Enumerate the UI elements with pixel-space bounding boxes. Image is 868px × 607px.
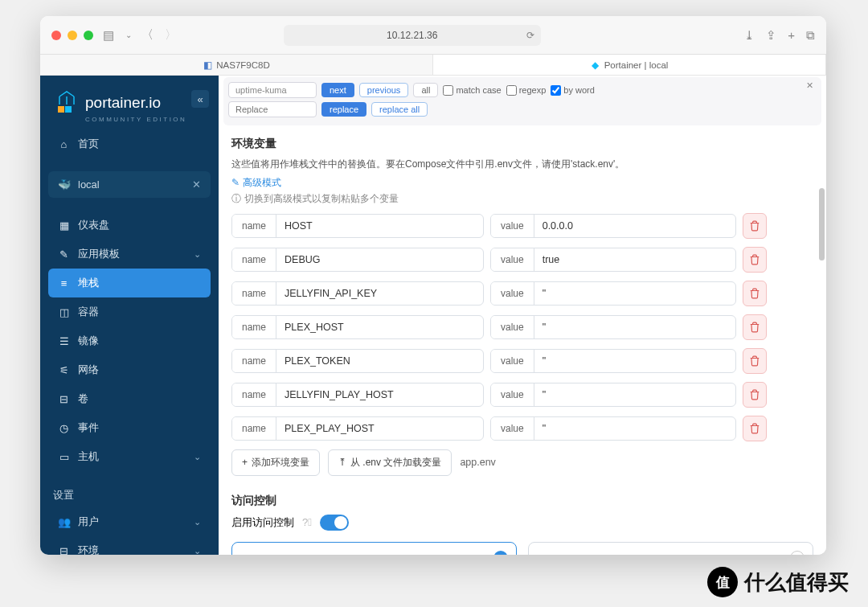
logo: portainer.io «: [40, 76, 219, 124]
env-name-input[interactable]: [276, 282, 469, 305]
add-env-var-button[interactable]: +添加环境变量: [231, 449, 320, 476]
advanced-mode-link[interactable]: ✎高级模式: [231, 176, 281, 190]
access-control-toggle[interactable]: [320, 515, 349, 531]
delete-env-var-button[interactable]: [743, 382, 767, 408]
name-label: name: [232, 282, 276, 305]
by-word-option[interactable]: by word: [551, 85, 595, 96]
minimize-window[interactable]: [68, 31, 77, 40]
delete-env-var-button[interactable]: [743, 247, 767, 273]
env-value-input[interactable]: [534, 316, 724, 338]
forward-button[interactable]: 〉: [165, 27, 177, 43]
chevron-down-icon: ⌄: [194, 517, 201, 527]
replace-input[interactable]: [228, 101, 317, 117]
env-value-input[interactable]: [534, 248, 724, 271]
disk-icon: ⊟: [58, 545, 70, 556]
env-name-input[interactable]: [276, 248, 469, 271]
access-card-admin[interactable]: ✓ 👁‍🗨 管理员 我想将此资源的管理限制为仅管理员: [231, 542, 517, 556]
value-label: value: [491, 383, 534, 406]
find-next-button[interactable]: next: [321, 83, 354, 97]
find-all-button[interactable]: all: [413, 83, 438, 97]
chevron-down-icon[interactable]: ⌄: [125, 31, 132, 39]
new-tab-icon[interactable]: +: [788, 28, 795, 42]
back-button[interactable]: 〈: [141, 27, 154, 43]
close-window[interactable]: [51, 31, 61, 40]
find-input[interactable]: [228, 82, 317, 98]
enable-access-label: 启用访问控制: [231, 515, 294, 530]
env-value-input[interactable]: [534, 383, 724, 406]
chevron-down-icon: ⌄: [194, 546, 201, 556]
access-control-heading: 访问控制: [231, 494, 813, 508]
trash-icon: [749, 220, 760, 232]
name-label: name: [232, 417, 276, 440]
environment-selector[interactable]: 🐳 local ✕: [48, 171, 211, 198]
delete-env-var-button[interactable]: [743, 281, 767, 306]
find-previous-button[interactable]: previous: [359, 83, 409, 97]
reload-icon[interactable]: ⟳: [526, 30, 534, 41]
trash-icon: [749, 254, 760, 265]
env-value-input[interactable]: [534, 282, 724, 305]
sidebar-item-users[interactable]: 👥用户⌄: [48, 507, 211, 536]
access-card-restricted[interactable]: 👥 受限 我想将此资源的管理限制为一组用户和/或团队: [528, 542, 813, 556]
close-findbar[interactable]: ✕: [806, 80, 813, 91]
env-value-pair: value: [490, 281, 736, 306]
chevron-down-icon: ⌄: [194, 249, 201, 260]
sidebar-item-containers[interactable]: ◫容器: [48, 297, 211, 326]
address-bar[interactable]: 10.12.21.36 ⟳: [284, 25, 541, 46]
env-name-input[interactable]: [276, 417, 469, 440]
sidebar-toggle-icon[interactable]: ▤: [103, 28, 114, 43]
env-name-input[interactable]: [276, 350, 469, 372]
share-icon: ⚟: [58, 364, 70, 376]
trash-icon: [749, 389, 760, 400]
env-name-input[interactable]: [276, 383, 469, 406]
close-env-icon[interactable]: ✕: [192, 178, 201, 191]
delete-env-var-button[interactable]: [743, 314, 767, 340]
sidebar-item-environments[interactable]: ⊟环境⌄: [48, 536, 211, 555]
browser-tab-2[interactable]: ◆ Portainer | local: [433, 55, 826, 75]
share-icon[interactable]: ⇪: [766, 28, 776, 43]
sidebar-item-volumes[interactable]: ⊟卷: [48, 384, 211, 413]
name-label: name: [232, 350, 276, 372]
env-value-input[interactable]: [534, 350, 724, 372]
env-name-input[interactable]: [276, 316, 469, 338]
value-label: value: [491, 215, 534, 237]
env-value-pair: value: [490, 248, 736, 272]
download-icon[interactable]: ⤓: [744, 28, 755, 43]
load-from-env-button[interactable]: ⤒从 .env 文件加载变量: [328, 449, 452, 476]
sidebar-item-dashboard[interactable]: ▦仪表盘: [48, 211, 211, 240]
env-name-input[interactable]: [276, 215, 469, 237]
help-icon[interactable]: ?⃝: [302, 516, 312, 528]
sidebar-item-events[interactable]: ◷事件: [48, 413, 211, 442]
sidebar-item-networks[interactable]: ⚟网络: [48, 355, 211, 384]
maximize-window[interactable]: [84, 31, 93, 40]
collapse-sidebar-button[interactable]: «: [191, 90, 209, 108]
sidebar-item-host[interactable]: ▭主机⌄: [48, 442, 211, 471]
grid-icon: ▦: [58, 219, 70, 232]
replace-button[interactable]: replace: [321, 102, 366, 117]
delete-env-var-button[interactable]: [743, 213, 767, 239]
delete-env-var-button[interactable]: [743, 348, 767, 374]
regexp-option[interactable]: regexp: [506, 85, 547, 96]
env-value-input[interactable]: [534, 215, 724, 237]
env-value-pair: value: [490, 349, 736, 373]
env-name-pair: name: [231, 315, 484, 339]
tabs-icon[interactable]: ⧉: [806, 28, 815, 43]
match-case-option[interactable]: match case: [443, 85, 501, 96]
docker-icon: 🐳: [58, 178, 70, 191]
svg-rect-1: [65, 106, 72, 113]
app-content: portainer.io « COMMUNITY EDITION ⌂ 首页 🐳 …: [40, 76, 826, 555]
scrollbar-thumb[interactable]: [819, 188, 825, 260]
name-label: name: [232, 248, 276, 271]
sidebar-home[interactable]: ⌂ 首页: [48, 129, 211, 158]
delete-env-var-button[interactable]: [743, 416, 767, 441]
value-label: value: [491, 417, 534, 440]
scrollbar[interactable]: [818, 76, 825, 555]
sidebar-item-stacks[interactable]: ≡堆栈: [48, 269, 211, 297]
replace-all-button[interactable]: replace all: [371, 102, 428, 117]
sidebar-item-templates[interactable]: ✎应用模板⌄: [48, 240, 211, 269]
info-icon: ⓘ: [231, 193, 241, 205]
env-value-pair: value: [490, 383, 736, 407]
sidebar-item-images[interactable]: ☰镜像: [48, 326, 211, 355]
browser-tab-1[interactable]: ◧ NAS7F9C8D: [40, 55, 433, 75]
value-label: value: [491, 248, 534, 271]
env-value-input[interactable]: [534, 417, 724, 440]
